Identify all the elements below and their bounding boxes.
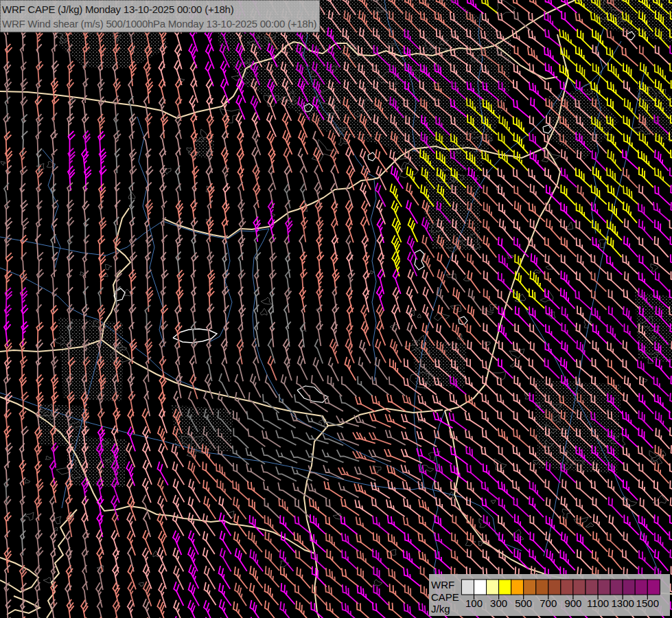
svg-text:500: 500 (515, 597, 532, 609)
svg-text:1300: 1300 (612, 597, 634, 609)
svg-text:CAPE: CAPE (431, 591, 459, 603)
svg-text:300: 300 (490, 597, 507, 609)
svg-text:1100: 1100 (587, 597, 609, 609)
svg-text:WRF CAPE (J/kg) Monday 13-10-2: WRF CAPE (J/kg) Monday 13-10-2025 00:00 … (2, 3, 234, 15)
svg-text:WRF: WRF (431, 579, 454, 591)
svg-text:700: 700 (540, 597, 557, 609)
svg-text:900: 900 (564, 597, 581, 609)
svg-text:WRF Wind shear (m/s) 500/1000h: WRF Wind shear (m/s) 500/1000hPa Monday … (2, 18, 317, 30)
svg-text:J/kg: J/kg (431, 603, 450, 615)
svg-text:100: 100 (465, 597, 483, 609)
svg-text:1500: 1500 (636, 597, 659, 609)
